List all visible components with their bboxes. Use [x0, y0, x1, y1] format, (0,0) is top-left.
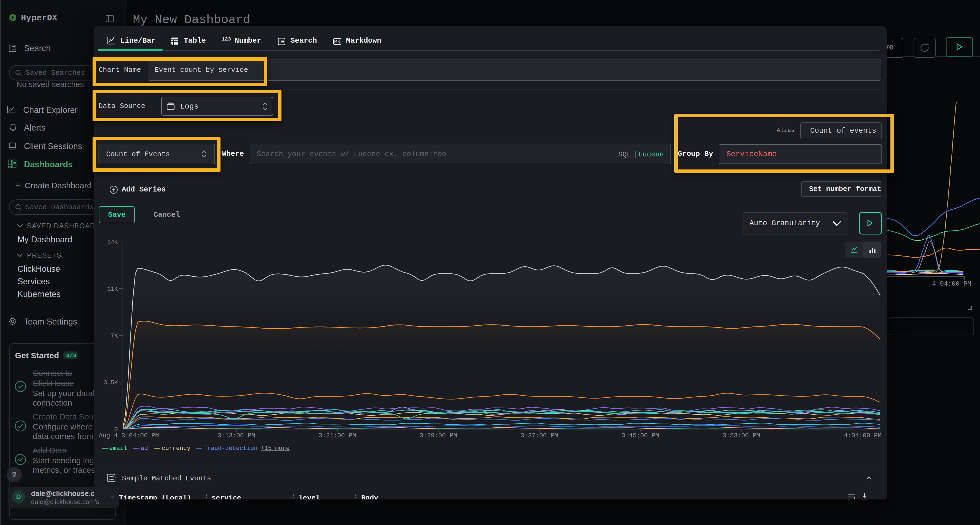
svg-text:3:53:00 PM: 3:53:00 PM [722, 432, 760, 439]
svg-text:3:13:00 PM: 3:13:00 PM [218, 432, 255, 439]
svg-text:14K: 14K [107, 239, 118, 246]
svg-text:3:45:00 PM: 3:45:00 PM [622, 432, 659, 439]
svg-text:3:29:00 PM: 3:29:00 PM [420, 432, 457, 439]
svg-text:11K: 11K [107, 286, 118, 293]
svg-text:7K: 7K [111, 333, 118, 339]
svg-text:Aug 4 3:04:00 PM: Aug 4 3:04:00 PM [99, 432, 159, 439]
svg-text:3:21:00 PM: 3:21:00 PM [318, 432, 356, 439]
svg-text:3.5K: 3.5K [103, 379, 118, 386]
svg-text:3:37:00 PM: 3:37:00 PM [520, 432, 558, 439]
svg-text:4:04:00 PM: 4:04:00 PM [844, 432, 881, 439]
